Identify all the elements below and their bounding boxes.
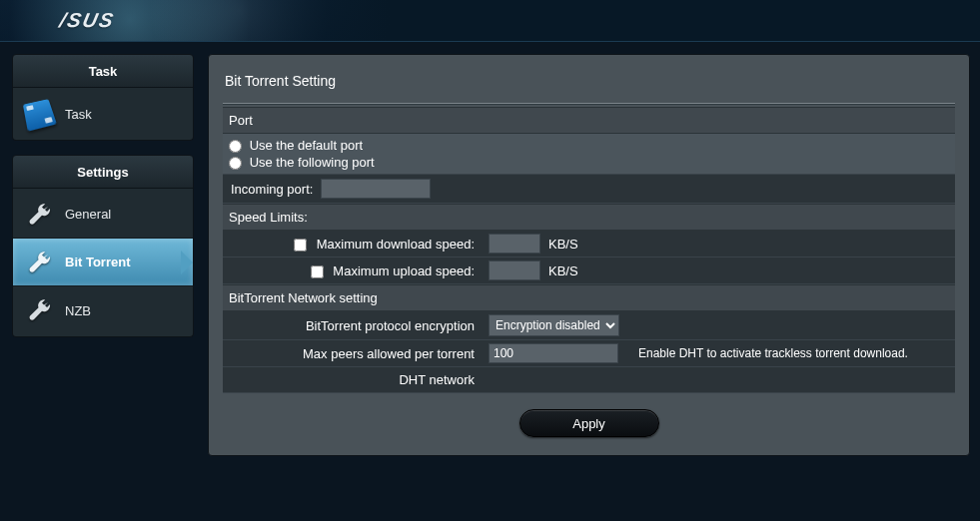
unit-label: KB/S bbox=[548, 237, 578, 252]
radio-following-port[interactable] bbox=[229, 157, 242, 170]
settings-block: Settings General Bit Torrent bbox=[12, 155, 194, 337]
radio-label: Use the following port bbox=[250, 155, 375, 170]
max-upload-label: Maximum upload speed: bbox=[333, 263, 475, 278]
max-download-input[interactable] bbox=[489, 234, 540, 254]
sidebar-item-label: Bit Torrent bbox=[65, 255, 130, 269]
dht-row: DHT network bbox=[223, 367, 955, 393]
sidebar-item-general[interactable]: General bbox=[13, 191, 193, 239]
apply-button[interactable]: Apply bbox=[519, 409, 659, 437]
encryption-select[interactable]: Encryption disabled bbox=[489, 314, 619, 336]
max-upload-input[interactable] bbox=[489, 260, 540, 280]
main-panel: Bit Torrent Setting Port Use the default… bbox=[208, 54, 970, 456]
sidebar-item-label: General bbox=[65, 207, 111, 222]
max-peers-row: Max peers allowed per torrent Enable DHT… bbox=[223, 340, 955, 367]
task-header: Task bbox=[12, 54, 194, 88]
max-peers-label: Max peers allowed per torrent bbox=[229, 346, 489, 361]
task-icon bbox=[23, 99, 57, 132]
page-title: Bit Torrent Setting bbox=[223, 67, 955, 103]
radio-default-port[interactable] bbox=[229, 140, 242, 153]
task-block: Task Task bbox=[12, 54, 194, 141]
radio-label: Use the default port bbox=[250, 138, 363, 153]
max-download-row: Maximum download speed: KB/S bbox=[223, 231, 955, 258]
settings-header: Settings bbox=[12, 155, 194, 189]
wrench-icon bbox=[25, 249, 53, 276]
sidebar-item-label: Task bbox=[65, 107, 92, 122]
encryption-row: BitTorrent protocol encryption Encryptio… bbox=[223, 311, 955, 340]
max-upload-checkbox[interactable] bbox=[311, 265, 324, 278]
sidebar-item-nzb[interactable]: NZB bbox=[13, 286, 193, 334]
port-default-row: Use the default port Use the following p… bbox=[223, 134, 955, 175]
incoming-port-row: Incoming port: bbox=[223, 175, 955, 204]
dht-note: Enable DHT to activate trackless torrent… bbox=[618, 346, 949, 360]
wrench-icon bbox=[25, 201, 53, 229]
sidebar-item-task[interactable]: Task bbox=[13, 90, 193, 138]
incoming-port-input[interactable] bbox=[321, 179, 431, 199]
sidebar-item-bittorrent[interactable]: Bit Torrent bbox=[13, 239, 193, 286]
encryption-label: BitTorrent protocol encryption bbox=[229, 318, 489, 333]
section-port: Port bbox=[223, 107, 955, 134]
dht-label: DHT network bbox=[229, 372, 489, 387]
section-speed: Speed Limits: bbox=[223, 204, 955, 231]
brand-logo: /SUS bbox=[58, 9, 118, 32]
wrench-icon bbox=[25, 296, 53, 324]
incoming-port-label: Incoming port: bbox=[231, 182, 313, 197]
max-peers-input[interactable] bbox=[489, 343, 618, 363]
unit-label: KB/S bbox=[548, 263, 578, 278]
max-upload-row: Maximum upload speed: KB/S bbox=[223, 258, 955, 284]
max-download-checkbox[interactable] bbox=[294, 239, 307, 252]
section-network: BitTorrent Network setting bbox=[223, 284, 955, 311]
sidebar-item-label: NZB bbox=[65, 303, 91, 318]
top-bar: /SUS bbox=[0, 0, 980, 42]
sidebar: Task Task Settings General bbox=[12, 54, 194, 456]
max-download-label: Maximum download speed: bbox=[317, 237, 475, 252]
